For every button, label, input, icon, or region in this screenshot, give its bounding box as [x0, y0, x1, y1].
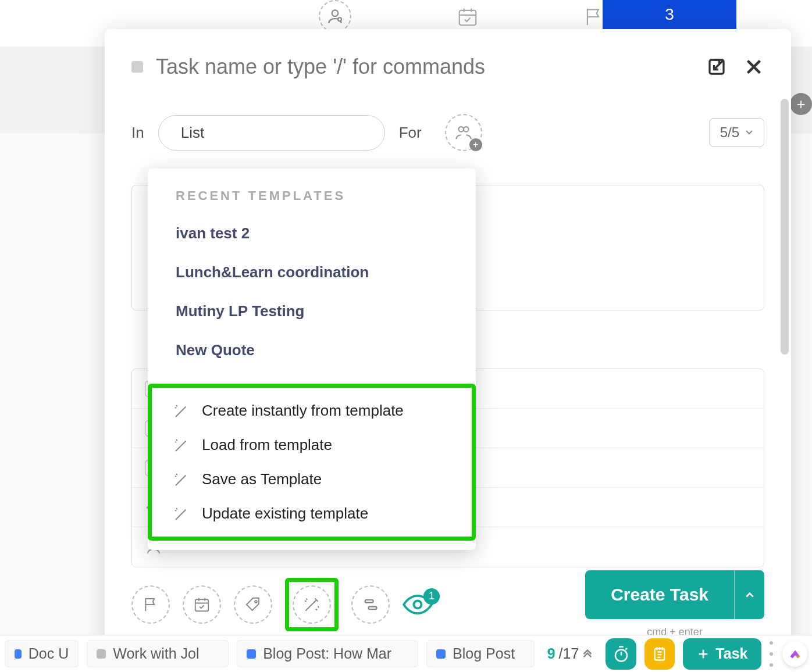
template-dropdown: RECENT TEMPLATES ivan test 2 Lunch&Learn…	[148, 169, 476, 550]
popout-icon[interactable]	[706, 56, 727, 77]
dropdown-actions-highlight: Create instantly from template Load from…	[148, 384, 476, 541]
new-task-label: Task	[715, 645, 747, 662]
flag-icon	[142, 596, 159, 613]
tag-icon	[244, 596, 262, 613]
wand-icon	[173, 437, 190, 454]
wand-icon	[173, 505, 190, 523]
assignee-icon	[319, 0, 351, 33]
tag-button[interactable]	[234, 585, 272, 624]
blue-tab-indicator[interactable]: 3	[603, 0, 736, 29]
new-task-button[interactable]: Task	[683, 638, 761, 670]
chevron-down-icon	[745, 130, 753, 135]
svg-rect-9	[195, 599, 209, 611]
svg-rect-11	[365, 599, 373, 602]
timer-button[interactable]	[606, 638, 636, 670]
taskbar-open-count[interactable]: 9 /17	[547, 645, 593, 662]
svg-point-13	[414, 600, 422, 608]
list-selector[interactable]: List	[158, 115, 385, 151]
calendar-icon	[193, 596, 211, 613]
dropdown-action-label: Create instantly from template	[202, 402, 404, 420]
plus-icon	[697, 648, 710, 660]
dropdown-action-label: Load from template	[202, 436, 332, 454]
dropdown-action-create-instantly[interactable]: Create instantly from template	[152, 394, 472, 428]
count-selector[interactable]: 5/5	[709, 118, 764, 147]
taskbar-chip-label: Work with Jol	[113, 645, 199, 662]
in-label: In	[131, 124, 144, 142]
assignee-add-button[interactable]: +	[445, 114, 482, 151]
create-task-button-group: Create Task	[585, 570, 764, 619]
task-name-input[interactable]	[156, 55, 693, 79]
dropdown-action-update[interactable]: Update existing template	[152, 496, 472, 531]
taskbar-chip-label: Blog Post: How Mar	[263, 645, 391, 662]
svg-rect-12	[369, 606, 377, 609]
subtask-icon	[362, 596, 379, 613]
collapse-icon	[582, 649, 593, 659]
subtask-shortcut-button[interactable]	[351, 585, 390, 624]
add-circle-background[interactable]: +	[790, 93, 812, 115]
watchers-count-badge: 1	[423, 588, 440, 605]
svg-rect-2	[460, 10, 476, 25]
template-item[interactable]: ivan test 2	[148, 214, 476, 253]
dropdown-section-title: RECENT TEMPLATES	[148, 188, 476, 214]
taskbar-chip[interactable]: Work with Jol	[87, 640, 229, 667]
flag-icon	[583, 6, 605, 28]
wand-icon	[173, 402, 190, 420]
notepad-button[interactable]	[644, 638, 675, 670]
priority-button[interactable]	[131, 585, 170, 624]
watchers-button[interactable]: 1	[403, 594, 433, 615]
template-button[interactable]	[293, 585, 331, 624]
drag-handle-icon[interactable]	[770, 641, 774, 667]
close-icon[interactable]	[743, 56, 764, 77]
dropdown-action-load[interactable]: Load from template	[152, 428, 472, 462]
svg-point-4	[458, 127, 464, 132]
in-for-row: In List For + 5/5	[131, 114, 764, 151]
title-row	[131, 55, 764, 79]
chevron-up-icon	[745, 591, 754, 598]
wand-icon	[173, 471, 190, 488]
wand-icon	[302, 595, 321, 614]
taskbar-chip-label: Blog Post	[453, 645, 515, 662]
count-total: /17	[559, 645, 579, 662]
create-task-dropdown[interactable]	[734, 570, 764, 619]
dropdown-action-save[interactable]: Save as Template	[152, 462, 472, 496]
taskbar-chip[interactable]: Blog Post	[426, 640, 535, 667]
status-dot-icon	[97, 649, 106, 659]
status-dot-icon	[436, 649, 446, 659]
taskbar-chip-label: Doc U	[29, 645, 69, 662]
count-value: 5/5	[720, 124, 739, 141]
dropdown-action-label: Save as Template	[202, 470, 322, 488]
modal-scrollbar[interactable]	[781, 99, 789, 355]
template-item[interactable]: Lunch&Learn coordination	[148, 253, 476, 292]
status-dot-icon	[15, 649, 22, 659]
create-task-button[interactable]: Create Task	[585, 570, 734, 619]
dropdown-action-label: Update existing template	[202, 505, 368, 523]
bottom-taskbar: Doc U Work with Jol Blog Post: How Mar B…	[0, 635, 812, 672]
status-square[interactable]	[131, 61, 143, 73]
status-dot-icon	[247, 649, 256, 659]
plus-badge-icon: +	[469, 138, 482, 151]
template-item[interactable]: New Quote	[148, 331, 476, 370]
bottom-actions: 1 Create Task cmd + enter	[131, 570, 764, 638]
date-button[interactable]	[183, 585, 221, 624]
clickup-logo[interactable]	[782, 641, 807, 667]
count-current: 9	[547, 645, 555, 662]
taskbar-chip[interactable]: Blog Post: How Mar	[237, 640, 418, 667]
svg-point-5	[464, 127, 469, 132]
clickup-logo-icon	[788, 646, 803, 662]
calendar-icon	[457, 6, 479, 28]
taskbar-chip[interactable]: Doc U	[5, 640, 79, 667]
stopwatch-icon	[612, 645, 630, 663]
template-button-highlight	[285, 578, 339, 631]
svg-point-0	[332, 10, 339, 16]
notepad-icon	[651, 646, 668, 662]
template-item[interactable]: Mutiny LP Testing	[148, 292, 476, 331]
svg-point-10	[255, 600, 257, 603]
for-label: For	[399, 124, 422, 142]
